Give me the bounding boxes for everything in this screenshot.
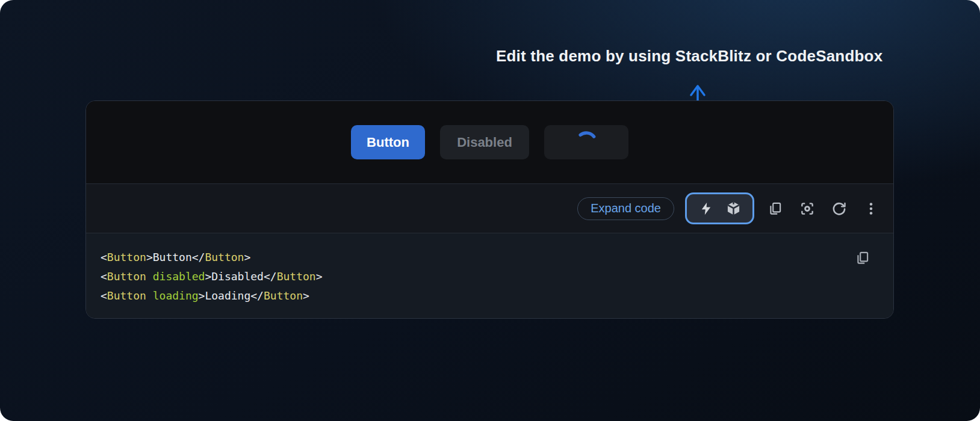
annotation-text: Edit the demo by using StackBlitz or Cod… <box>496 47 882 66</box>
toolbar-icon-row <box>768 201 879 217</box>
demo-card: Button Disabled Expand code <box>85 100 894 319</box>
stackblitz-icon <box>699 201 713 216</box>
more-icon <box>863 201 879 217</box>
code-toolbar: Expand code <box>86 184 893 233</box>
page-background: Edit the demo by using StackBlitz or Cod… <box>0 0 980 421</box>
copy-icon <box>855 250 870 266</box>
primary-button[interactable]: Button <box>351 125 425 159</box>
loading-button[interactable] <box>544 125 628 159</box>
code-area: <Button>Button</Button><Button disabled>… <box>86 233 893 318</box>
focus-button[interactable] <box>799 201 815 217</box>
more-button[interactable] <box>863 201 879 217</box>
demo-preview: Button Disabled <box>86 101 893 184</box>
refresh-button[interactable] <box>831 201 847 217</box>
codesandbox-icon <box>726 201 741 216</box>
copy-icon <box>768 201 783 217</box>
refresh-icon <box>831 201 847 217</box>
codesandbox-button[interactable] <box>726 201 742 217</box>
disabled-button[interactable]: Disabled <box>440 125 529 159</box>
editor-buttons-group <box>685 192 754 224</box>
copy-code-snippet-button[interactable] <box>855 250 870 266</box>
code-block: <Button>Button</Button><Button disabled>… <box>101 248 879 306</box>
focus-icon <box>799 201 815 217</box>
stackblitz-button[interactable] <box>698 201 714 217</box>
copy-code-button[interactable] <box>768 201 783 217</box>
loading-spinner-icon <box>574 131 598 155</box>
expand-code-button[interactable]: Expand code <box>577 197 674 220</box>
